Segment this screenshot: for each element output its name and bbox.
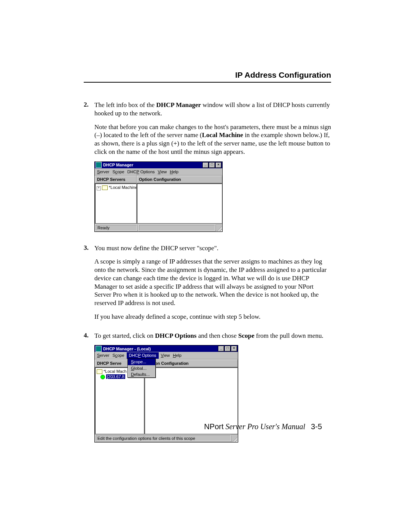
- menu-help[interactable]: Help: [170, 169, 178, 174]
- text-bold: DHCP Manager: [156, 101, 201, 109]
- step-3-para-3: If you have already defined a scope, con…: [94, 313, 331, 321]
- step-2-para-2: Note that before you can make changes to…: [94, 123, 331, 156]
- app-icon: [96, 346, 102, 352]
- right-pane-header: Option Configuration: [137, 176, 222, 183]
- right-pane-header: Option Configuration: [144, 359, 238, 367]
- text: To get started, click on: [94, 332, 155, 339]
- step-2-para-1: The left info box of the DHCP Manager wi…: [94, 101, 331, 118]
- close-button[interactable]: ×: [231, 346, 237, 351]
- menu-dhcp-options[interactable]: DHCP Options: [127, 169, 155, 174]
- step-2: 2. The left info box of the DHCP Manager…: [84, 101, 331, 239]
- dropdown-item-global[interactable]: Global...: [128, 365, 155, 371]
- tree-item-local-machine[interactable]: +*Local Machine*: [97, 185, 135, 190]
- menu-view[interactable]: View: [158, 169, 167, 174]
- minimize-button[interactable]: _: [202, 162, 209, 168]
- window-title: DHCP Manager - (Local): [103, 346, 151, 351]
- tree-item-label: *Local Mach: [104, 369, 127, 374]
- step-number: 3.: [84, 244, 94, 326]
- step-3-para-1: You must now define the DHCP server "sco…: [94, 244, 331, 252]
- menu-view[interactable]: View: [161, 353, 170, 358]
- menu-help[interactable]: Help: [173, 353, 182, 358]
- text: and then chose: [196, 332, 238, 339]
- status-bar: Edit the configuration options for clien…: [95, 434, 238, 442]
- status-spacer: [139, 224, 216, 231]
- status-text: Ready: [95, 224, 138, 231]
- menu-scope[interactable]: Scope: [112, 353, 124, 358]
- computer-icon: [102, 185, 108, 190]
- scope-active-icon: [100, 375, 105, 379]
- right-pane[interactable]: [137, 183, 222, 224]
- dhcp-options-dropdown: SScope...cope... Global... Defaults...: [127, 358, 156, 377]
- footer-page-number: 3-5: [311, 422, 322, 431]
- text: The left info box of the: [94, 101, 156, 109]
- expand-plus-icon[interactable]: +: [97, 186, 101, 190]
- window-titlebar[interactable]: DHCP Manager - (Local) _ □ ×: [95, 345, 238, 352]
- text-bold: DHCP Options: [155, 332, 196, 339]
- page-header-title: IP Address Configuration: [84, 70, 331, 82]
- status-text: Edit the configuration options for clien…: [95, 435, 231, 442]
- page-footer: NPort Server Pro User's Manual 3-5: [204, 422, 322, 431]
- window-title: DHCP Manager: [103, 162, 133, 168]
- step-number: 4.: [84, 332, 94, 449]
- step-4-para-1: To get started, click on DHCP Options an…: [94, 332, 331, 340]
- step-3-para-2: A scope is simply a range of IP addresse…: [94, 257, 331, 307]
- header-rule: [84, 82, 331, 83]
- menu-server[interactable]: Server: [97, 353, 109, 358]
- tree-item-label: *Local Machine*: [109, 185, 139, 190]
- maximize-button[interactable]: □: [209, 162, 215, 168]
- step-number: 2.: [84, 101, 94, 239]
- menu-dhcp-options-selected[interactable]: DHCP Options: [127, 352, 159, 358]
- step-4: 4. To get started, click on DHCP Options…: [84, 332, 331, 449]
- menu-scope[interactable]: Scope: [112, 169, 124, 174]
- window-titlebar[interactable]: DHCP Manager _ □ ×: [95, 162, 222, 168]
- tree-item-label-selected: [203.67.8: [106, 374, 125, 379]
- resize-grip-icon[interactable]: [232, 435, 237, 442]
- dropdown-item-defaults[interactable]: Defaults...: [128, 371, 155, 377]
- minimize-button[interactable]: _: [218, 346, 224, 351]
- menu-server[interactable]: SServererver: [97, 169, 109, 174]
- text-bold: Local Machine: [202, 131, 243, 139]
- footer-product: NPort: [204, 422, 223, 431]
- maximize-button[interactable]: □: [225, 346, 231, 351]
- resize-grip-icon[interactable]: [217, 224, 222, 231]
- footer-manual: Server Pro User's Manual: [225, 422, 305, 431]
- text-bold: Scope: [238, 332, 255, 339]
- left-pane-header: DHCP Servers: [95, 176, 137, 183]
- figure-dhcp-manager-1: DHCP Manager _ □ × SServererver Scope DH…: [94, 161, 223, 232]
- menu-bar: SServererver Scope DHCP Options View Hel…: [95, 168, 222, 175]
- app-icon: [96, 162, 102, 168]
- menu-bar: Server Scope DHCP Options View Help: [95, 352, 238, 359]
- left-pane[interactable]: +*Local Machine*: [95, 183, 137, 224]
- computer-icon: [97, 369, 102, 374]
- close-button[interactable]: ×: [215, 162, 221, 168]
- text: from the pull down menu.: [254, 332, 323, 339]
- status-bar: Ready: [95, 224, 222, 232]
- step-3: 3. You must now define the DHCP server "…: [84, 244, 331, 326]
- dropdown-item-scope[interactable]: SScope...cope...: [128, 359, 155, 365]
